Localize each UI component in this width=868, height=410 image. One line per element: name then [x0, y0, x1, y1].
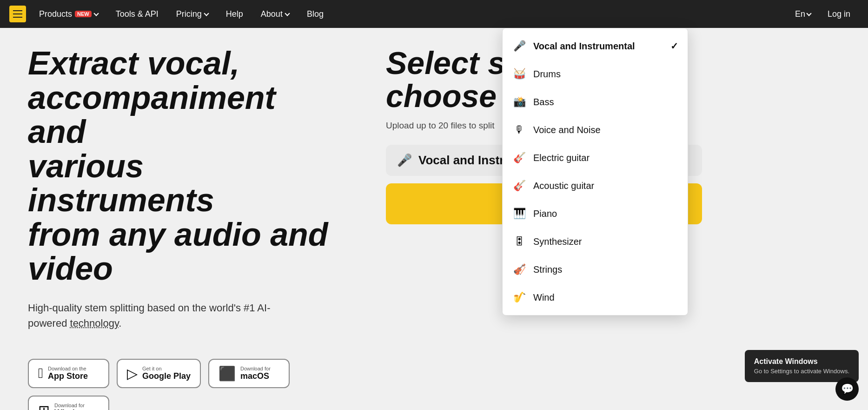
windows-text: Download for Windows: [54, 403, 91, 410]
dropdown-item-label: Wind: [533, 292, 555, 303]
download-windows[interactable]: ⊞ Download for Windows: [28, 396, 109, 410]
googleplay-icon: ▷: [127, 365, 138, 382]
main-content: Extract vocal,accompaniment andvarious i…: [0, 0, 868, 410]
stem-dropdown: 🎤Vocal and Instrumental✓🥁Drums📸Bass🎙Voic…: [502, 28, 688, 316]
login-label: Log in: [828, 9, 850, 19]
nav-tools[interactable]: Tools & API: [107, 6, 167, 23]
activate-title: Activate Windows: [754, 357, 849, 366]
appstore-text: Download on the App Store: [48, 366, 88, 381]
left-panel: Extract vocal,accompaniment andvarious i…: [0, 28, 363, 410]
dropdown-item-icon: 🎻: [512, 262, 527, 277]
hero-title: Extract vocal,accompaniment andvarious i…: [28, 47, 335, 286]
activate-windows-toast: Activate Windows Go to Settings to activ…: [745, 350, 859, 382]
dropdown-item-label: Piano: [533, 208, 557, 219]
macos-text: Download for macOS: [240, 366, 271, 381]
dropdown-item-label: Voice and Noise: [533, 125, 601, 135]
download-appstore[interactable]:  Download on the App Store: [28, 359, 109, 388]
chevron-down-icon-about: [285, 11, 290, 16]
nav-blog[interactable]: Blog: [298, 6, 332, 23]
chat-icon: 💬: [841, 383, 854, 395]
login-button[interactable]: Log in: [819, 6, 859, 23]
nav-about-label: About: [261, 9, 283, 19]
download-buttons:  Download on the App Store ▷ Get it on …: [28, 359, 335, 410]
nav-products-label: Products: [39, 9, 72, 19]
chevron-down-icon-pricing: [204, 11, 209, 16]
apple-icon: : [38, 365, 43, 381]
hero-subtitle: High-quality stem splitting based on the…: [28, 300, 307, 331]
technology-link[interactable]: technology: [70, 317, 119, 329]
nav-right: En Log in: [788, 6, 859, 23]
dropdown-item-electric-guitar[interactable]: 🎸Electric guitar: [503, 144, 688, 172]
nav-blog-label: Blog: [307, 9, 324, 19]
download-googleplay[interactable]: ▷ Get it on Google Play: [117, 359, 201, 388]
dropdown-item-label: Vocal and Instrumental: [533, 41, 635, 52]
dropdown-item-icon: 🎤: [512, 39, 527, 54]
chat-button[interactable]: 💬: [835, 377, 859, 401]
dropdown-item-wind[interactable]: 🎷Wind: [503, 283, 688, 311]
dropdown-item-icon: 🎹: [512, 206, 527, 221]
nav-tools-label: Tools & API: [116, 9, 159, 19]
dropdown-item-label: Electric guitar: [533, 153, 590, 163]
dropdown-item-strings[interactable]: 🎻Strings: [503, 255, 688, 283]
dropdown-item-icon: 🎙: [512, 122, 527, 137]
dropdown-item-icon: 🎷: [512, 290, 527, 305]
macos-icon: ⬛: [219, 365, 236, 382]
googleplay-text: Get it on Google Play: [142, 366, 191, 381]
language-selector[interactable]: En: [788, 6, 817, 23]
dropdown-item-label: Drums: [533, 69, 561, 80]
dropdown-item-voice-and-noise[interactable]: 🎙Voice and Noise: [503, 116, 688, 144]
windows-icon: ⊞: [38, 402, 50, 410]
activate-subtitle: Go to Settings to activate Windows.: [754, 368, 849, 375]
dropdown-item-synthesizer[interactable]: 🎛Synthesizer: [503, 228, 688, 255]
dropdown-item-icon: 🎛: [512, 234, 527, 249]
nav-pricing[interactable]: Pricing: [168, 6, 217, 23]
dropdown-item-vocal-and-instrumental[interactable]: 🎤Vocal and Instrumental✓: [503, 32, 688, 60]
nav-products[interactable]: Products NEW: [31, 6, 106, 23]
nav-help-label: Help: [226, 9, 243, 19]
chevron-down-icon: [93, 11, 99, 16]
dropdown-item-label: Bass: [533, 97, 554, 108]
dropdown-item-drums[interactable]: 🥁Drums: [503, 60, 688, 88]
nav-help[interactable]: Help: [218, 6, 252, 23]
dropdown-item-label: Strings: [533, 264, 562, 275]
dropdown-item-bass[interactable]: 📸Bass: [503, 88, 688, 116]
chevron-down-icon-lang: [806, 11, 811, 16]
nav-items: Products NEW Tools & API Pricing Help Ab…: [31, 6, 788, 23]
dropdown-item-acoustic-guitar[interactable]: 🎸Acoustic guitar: [503, 172, 688, 200]
nav-new-badge: NEW: [75, 11, 92, 17]
hamburger-button[interactable]: [9, 6, 26, 22]
dropdown-item-icon: 🎸: [512, 178, 527, 193]
navbar: Products NEW Tools & API Pricing Help Ab…: [0, 0, 868, 28]
dropdown-item-icon: 🎸: [512, 150, 527, 165]
dropdown-item-icon: 📸: [512, 94, 527, 109]
dropdown-item-piano[interactable]: 🎹Piano: [503, 200, 688, 228]
dropdown-item-icon: 🥁: [512, 67, 527, 81]
dropdown-item-label: Synthesizer: [533, 236, 582, 247]
nav-pricing-label: Pricing: [176, 9, 202, 19]
lang-label: En: [795, 9, 805, 19]
stem-selector-icon: 🎤: [397, 153, 412, 168]
dropdown-item-label: Acoustic guitar: [533, 181, 594, 191]
nav-about[interactable]: About: [252, 6, 298, 23]
download-macos[interactable]: ⬛ Download for macOS: [208, 359, 290, 388]
checkmark-icon: ✓: [670, 40, 678, 52]
